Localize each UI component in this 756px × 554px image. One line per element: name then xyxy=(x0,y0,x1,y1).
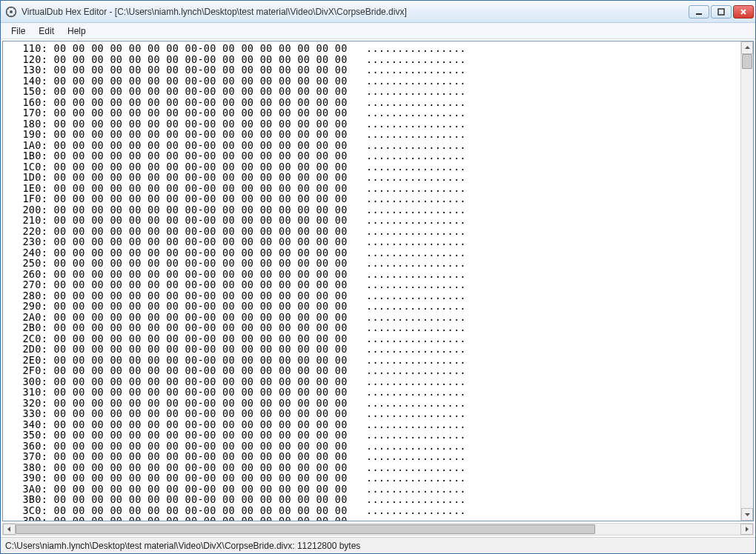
scroll-right-button[interactable] xyxy=(740,524,753,535)
app-icon xyxy=(5,6,17,18)
menu-file[interactable]: File xyxy=(5,24,31,38)
window-buttons xyxy=(689,5,755,19)
hscroll-thumb[interactable] xyxy=(16,524,595,534)
content-area: 110: 00 00 00 00 00 00 00 00-00 00 00 00… xyxy=(2,41,754,521)
window-title: VirtualDub Hex Editor - [C:\Users\niamh.… xyxy=(21,7,689,17)
svg-rect-2 xyxy=(696,13,702,15)
vertical-scrollbar[interactable] xyxy=(740,41,753,521)
maximize-button[interactable] xyxy=(711,5,732,19)
window-frame: VirtualDub Hex Editor - [C:\Users\niamh.… xyxy=(0,0,756,554)
menu-help[interactable]: Help xyxy=(62,24,92,38)
scroll-down-button[interactable] xyxy=(741,508,753,521)
titlebar[interactable]: VirtualDub Hex Editor - [C:\Users\niamh.… xyxy=(1,1,755,23)
hex-text[interactable]: 110: 00 00 00 00 00 00 00 00-00 00 00 00… xyxy=(3,41,740,521)
vscroll-thumb[interactable] xyxy=(742,54,752,69)
hex-view[interactable]: 110: 00 00 00 00 00 00 00 00-00 00 00 00… xyxy=(3,41,740,521)
menu-edit[interactable]: Edit xyxy=(33,24,60,38)
minimize-button[interactable] xyxy=(689,5,709,19)
vscroll-track[interactable] xyxy=(741,54,753,508)
hscroll-track[interactable] xyxy=(16,524,740,535)
status-text: C:\Users\niamh.lynch\Desktop\test materi… xyxy=(5,541,360,551)
menubar: File Edit Help xyxy=(1,23,755,39)
horizontal-scrollbar[interactable] xyxy=(2,523,754,535)
scroll-up-button[interactable] xyxy=(741,41,753,54)
scroll-left-button[interactable] xyxy=(3,524,16,535)
close-button[interactable] xyxy=(733,5,754,19)
statusbar: C:\Users\niamh.lynch\Desktop\test materi… xyxy=(1,537,755,553)
svg-point-1 xyxy=(10,10,13,13)
svg-rect-3 xyxy=(718,9,724,15)
